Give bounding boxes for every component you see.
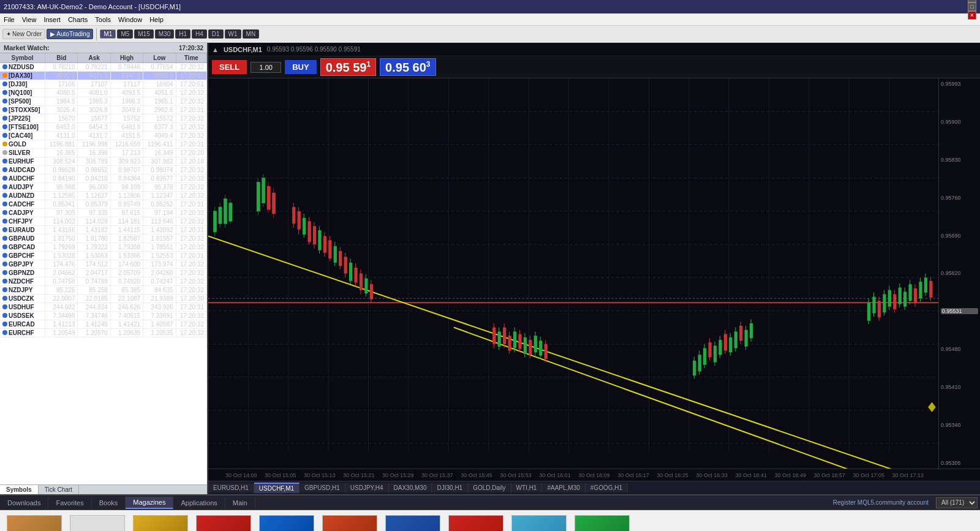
chart-tab-#goog-h1[interactable]: #GOOG,H1 [586, 483, 628, 492]
menu-item-tools[interactable]: Tools [95, 16, 111, 23]
magazine-item-stockscommodities[interactable]: STOCKS & COMMODITIESStock & Com...2014/1… [131, 515, 189, 531]
table-row[interactable]: EURHUF 308.524 308.789 309.923 307.982 1… [0, 157, 207, 166]
quantity-input[interactable] [251, 62, 281, 73]
table-row[interactable]: [STOXX50] 3025.4 3026.8 3049.6 2962.6 17… [0, 106, 207, 115]
magazine-item-investors[interactable]: INVESTORS'INVESTORS'2014/10 [383, 515, 442, 531]
magazine-item-forexpress[interactable]: ForexPressForexPress2014/04 [257, 515, 315, 531]
autotrading-button[interactable]: ▶ AutoTrading [47, 29, 93, 39]
magazine-item-forextrader[interactable]: FOREX TRADER MAGAZINEForex Trader...2014… [447, 515, 505, 531]
magazine-item-tradersit[interactable]: TRADERS'TRADERS' Italy2014/09 [320, 515, 379, 531]
cell-low: 21.9389 [143, 295, 176, 303]
table-row[interactable]: NZDCHF 0.74758 0.74789 0.74920 0.74247 1… [0, 277, 207, 286]
table-row[interactable]: USDCZK 22.0007 22.0185 22.1087 21.9389 1… [0, 295, 207, 303]
magazine-item-borsaist[interactable]: BORSA ISTANBULBorsa Istanbu...2014/10 [510, 515, 568, 531]
chart-canvas-container[interactable] [208, 78, 938, 469]
table-row[interactable]: AUDNZD 1.12595 1.12627 1.12806 1.12347 1… [0, 192, 207, 200]
bottom-tab-magazines[interactable]: Magazines [126, 497, 173, 509]
register-link[interactable]: Register MQL5.community account [828, 497, 933, 508]
cell-time: 17:20:31 [176, 252, 206, 260]
tf-w1[interactable]: W1 [225, 29, 241, 39]
table-row[interactable]: GOLD 1196.881 1196.998 1216.659 1196.411… [0, 140, 207, 149]
mw-tab-symbols[interactable]: Symbols [0, 485, 39, 494]
table-row[interactable]: GBPCHF 1.53028 1.53063 1.53366 1.52553 1… [0, 252, 207, 260]
tf-m15[interactable]: M15 [134, 29, 153, 39]
menu-item-file[interactable]: File [4, 16, 15, 23]
menu-item-help[interactable]: Help [149, 16, 164, 23]
bottom-tab-downloads[interactable]: Downloads [0, 497, 48, 508]
maximize-btn[interactable]: □ [968, 2, 976, 11]
table-row[interactable]: CADCHF 0.85341 0.85379 0.85749 0.85252 1… [0, 200, 207, 209]
tf-h1[interactable]: H1 [175, 29, 190, 39]
table-row[interactable]: AUDCHF 0.84190 0.84210 0.84364 0.83677 1… [0, 175, 207, 183]
cell-time: 17:20:32 [176, 320, 206, 329]
close-btn[interactable]: ✕ [968, 11, 976, 20]
table-row[interactable]: [SP500] 1984.5 1985.3 1986.3 1965.1 17:2… [0, 97, 207, 106]
bottom-tab-main[interactable]: Main [225, 497, 255, 508]
table-row[interactable]: AUDCAD 0.98628 0.98652 0.98707 0.98074 1… [0, 166, 207, 175]
table-row[interactable]: [JP225] 15670 15677 15752 15572 17:20:32 [0, 115, 207, 123]
cell-bid: 1984.5 [45, 97, 78, 106]
chart-tab-gbpusd-h1[interactable]: GBPUSD,H1 [300, 483, 345, 492]
chart-tab-dax30-m30[interactable]: DAX30,M30 [389, 483, 432, 492]
menu-item-insert[interactable]: Insert [43, 16, 61, 23]
bottom-tab-applications[interactable]: Applications [173, 497, 225, 508]
buy-button[interactable]: BUY [285, 60, 316, 74]
table-row[interactable]: [NQ100] 4080.5 4081.0 4093.5 4051.6 17:2… [0, 89, 207, 97]
chart-tab-#aapl-m30[interactable]: #AAPL,M30 [542, 483, 585, 492]
new-order-button[interactable]: ✦ New Order [2, 29, 45, 39]
mw-tab-tick-chart[interactable]: Tick Chart [39, 485, 79, 494]
tf-mn[interactable]: MN [243, 29, 260, 39]
table-row[interactable]: [FTSE100] 6453.0 6454.3 6483.9 6377.3 17… [0, 123, 207, 132]
table-row[interactable]: EURAUD 1.43166 1.43192 1.44115 1.42892 1… [0, 226, 207, 235]
table-row[interactable]: AUDJPY 95.988 96.000 96.109 95.378 17:20… [0, 183, 207, 192]
chart-tab-wti-h1[interactable]: WTI,H1 [511, 483, 543, 492]
tf-m30[interactable]: M30 [155, 29, 174, 39]
table-row[interactable]: [DAX30] 9070.5 9071.5 9147.3 8898.3 17:2… [0, 72, 207, 80]
table-row[interactable]: USDSEK 7.34498 7.34746 7.40515 7.33691 1… [0, 312, 207, 320]
cell-low: 0.77654 [143, 63, 176, 72]
cell-ask: 114.028 [78, 217, 110, 226]
magazine-item-tradersde[interactable]: TRADERS'TRADERS' DE2014/11 [194, 515, 252, 531]
magazines-panel[interactable]: FX TRADER MAGAZINEFX Trader Ma...2014/07… [0, 510, 980, 531]
tf-h4[interactable]: H4 [192, 29, 207, 39]
table-row[interactable]: CHFJPY 114.002 114.028 114.181 113.646 1… [0, 217, 207, 226]
filter-dropdown[interactable]: All (171) [936, 497, 978, 508]
magazine-item-forexlatino[interactable]: Forex LatinoForexLatino M...2014/10 [573, 515, 631, 531]
table-row[interactable]: GBPJPY 174.476 174.512 174.600 173.974 1… [0, 260, 207, 269]
table-row[interactable]: NZDUSD 0.78210 0.78221 0.78446 0.77654 1… [0, 63, 207, 72]
table-row[interactable]: USDHUF 244.602 244.924 246.626 243.926 1… [0, 303, 207, 312]
chart-tab-dji30-h1[interactable]: DJI30,H1 [432, 483, 468, 492]
table-row[interactable]: GBPCAD 1.79269 1.79322 1.79358 1.78551 1… [0, 243, 207, 252]
chart-tab-gold-daily[interactable]: GOLD,Daily [468, 483, 511, 492]
market-watch-table[interactable]: Symbol Bid Ask High Low Time NZDUSD 0.78… [0, 53, 207, 484]
magazine-item-fxtrader[interactable]: FX TRADER MAGAZINEFX Trader Ma...2014/07 [5, 515, 63, 531]
table-row[interactable]: CADJPY 97.305 97.335 97.615 97.194 17:20… [0, 209, 207, 217]
table-row[interactable]: GBPAUD 1.81750 1.81780 1.82587 1.81557 1… [0, 235, 207, 243]
table-row[interactable]: [CAC40] 4131.0 4131.7 4151.5 4049.4 17:2… [0, 132, 207, 140]
menu-item-charts[interactable]: Charts [68, 16, 88, 23]
table-row[interactable]: SILVER 16.365 16.390 17.213 16.349 17:20… [0, 149, 207, 157]
chart-tab-usdchf-m1[interactable]: USDCHF,M1 [254, 483, 300, 493]
market-watch-tabs: Symbols Tick Chart [0, 484, 207, 494]
menu-item-window[interactable]: Window [118, 16, 142, 23]
chart-tab-usdjpy-h4[interactable]: USDJPY,H4 [345, 483, 389, 492]
cell-time: 17:20:32 [176, 123, 206, 132]
table-row[interactable]: [DJ30] 17106 17107 17117 16904 17:20:51 [0, 80, 207, 89]
magazine-item-eforex[interactable]: e-FOREXe-Forex2014/07 [68, 515, 126, 531]
menu-item-view[interactable]: View [22, 16, 37, 23]
chart-inner: 0.95993 0.95900 0.95830 0.95760 0.95690 … [208, 78, 980, 469]
symbol-icon [2, 244, 7, 249]
bottom-tab-books[interactable]: Books [92, 497, 126, 508]
tf-m5[interactable]: M5 [117, 29, 133, 39]
cell-low: 84.635 [143, 286, 176, 295]
cell-low: 4051.6 [143, 89, 176, 97]
table-row[interactable]: EURCAD 1.41213 1.41245 1.41421 1.40587 1… [0, 320, 207, 329]
table-row[interactable]: EURCHF 1.20549 1.20570 1.20639 1.20535 1… [0, 329, 207, 337]
tf-d1[interactable]: D1 [208, 29, 224, 39]
tf-m1[interactable]: M1 [100, 29, 116, 39]
table-row[interactable]: NZDJPY 85.226 85.258 85.385 84.635 17:20… [0, 286, 207, 295]
chart-tab-eurusd-h1[interactable]: EURUSD,H1 [208, 483, 254, 492]
bottom-tab-favorites[interactable]: Favorites [48, 497, 91, 508]
sell-button[interactable]: SELL [212, 60, 247, 74]
table-row[interactable]: GBPNZD 2.04662 2.04717 2.05709 2.04260 1… [0, 269, 207, 277]
